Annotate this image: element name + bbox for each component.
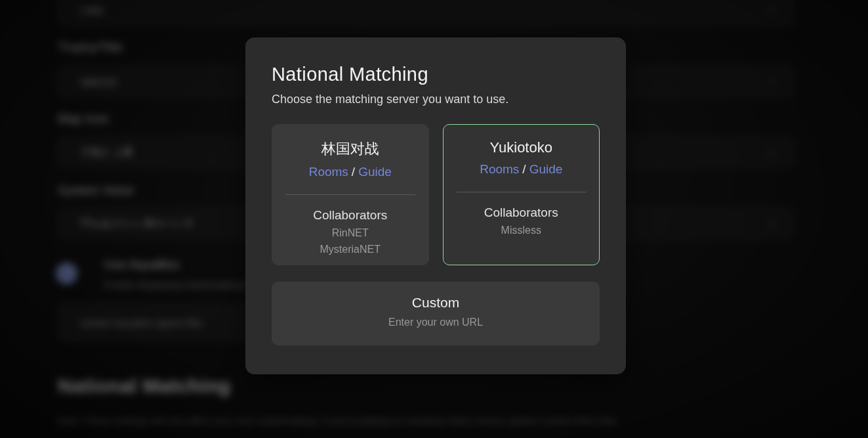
server-name: 林国对战	[272, 139, 428, 159]
collaborator-name: MysteriaNET	[272, 244, 428, 255]
collaborators-label: Collaborators	[444, 206, 600, 220]
national-matching-modal: National Matching Choose the matching se…	[245, 37, 626, 374]
page: LING › Trophy/Title WACCA › Map Icon 刃電さ…	[0, 0, 868, 438]
link-separator: /	[352, 165, 355, 179]
divider	[285, 194, 415, 195]
collaborator-name: Missless	[444, 225, 600, 236]
link-separator: /	[522, 162, 526, 176]
custom-card-subtitle: Enter your own URL	[272, 317, 600, 328]
guide-link[interactable]: Guide	[529, 162, 563, 176]
rooms-link[interactable]: Rooms	[480, 162, 519, 176]
custom-card-title: Custom	[272, 295, 600, 311]
guide-link[interactable]: Guide	[358, 165, 392, 179]
server-links: Rooms/Guide	[272, 165, 428, 179]
modal-subtitle: Choose the matching server you want to u…	[272, 93, 600, 106]
server-card-yukiotoko-selected[interactable]: Yukiotoko Rooms/Guide Collaborators Miss…	[443, 124, 600, 265]
modal-title: National Matching	[272, 64, 600, 85]
collaborators-label: Collaborators	[272, 208, 428, 223]
server-links: Rooms/Guide	[444, 162, 600, 177]
custom-server-card[interactable]: Custom Enter your own URL	[272, 282, 600, 345]
divider	[457, 192, 587, 192]
server-options: 林国对战 Rooms/Guide Collaborators RinNET My…	[272, 124, 600, 265]
rooms-link[interactable]: Rooms	[309, 165, 348, 179]
server-card-linguo[interactable]: 林国对战 Rooms/Guide Collaborators RinNET My…	[272, 124, 429, 265]
server-name: Yukiotoko	[444, 139, 600, 156]
collaborator-name: RinNET	[272, 227, 428, 239]
